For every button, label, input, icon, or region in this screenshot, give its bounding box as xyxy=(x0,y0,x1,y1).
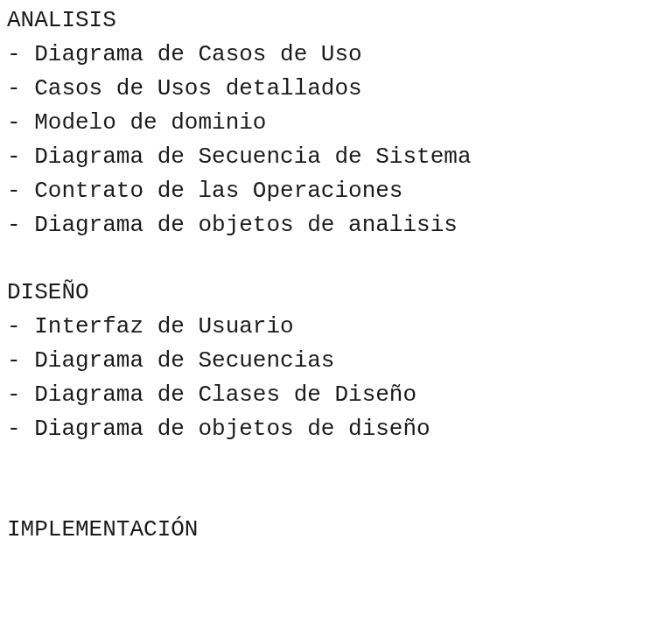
list-item: - Diagrama de Secuencias xyxy=(7,344,665,378)
list-item: - Diagrama de Clases de Diseño xyxy=(7,378,665,412)
list-item: - Interfaz de Usuario xyxy=(7,310,665,344)
list-item: - Contrato de las Operaciones xyxy=(7,174,665,208)
section-title-analisis: ANALISIS xyxy=(7,4,665,38)
spacer xyxy=(7,446,665,513)
list-item: - Diagrama de objetos de analisis xyxy=(7,208,665,242)
list-item: - Diagrama de objetos de diseño xyxy=(7,412,665,446)
section-title-implementacion: IMPLEMENTACIÓN xyxy=(7,513,665,547)
spacer xyxy=(7,242,665,276)
list-item: - Casos de Usos detallados xyxy=(7,72,665,106)
section-title-diseno: DISEÑO xyxy=(7,276,665,310)
list-item: - Diagrama de Casos de Uso xyxy=(7,38,665,72)
list-item: - Diagrama de Secuencia de Sistema xyxy=(7,140,665,174)
list-item: - Modelo de dominio xyxy=(7,106,665,140)
